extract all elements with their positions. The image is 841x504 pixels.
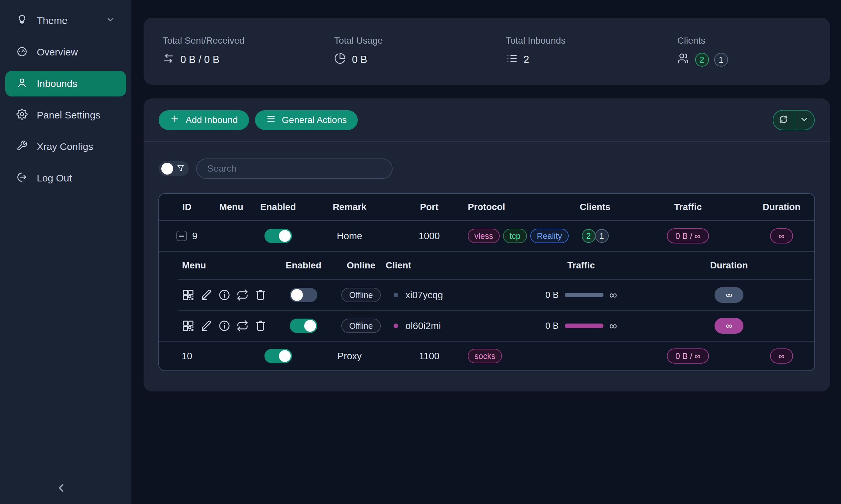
client-traffic-cell: 0 B ∞ bbox=[491, 320, 671, 332]
protocol-badge: socks bbox=[468, 349, 502, 363]
client-name-cell: xi07ycqg bbox=[386, 290, 491, 301]
sidebar-item-label: Xray Configs bbox=[37, 141, 93, 152]
stat-sent-received: Total Sent/Received 0 B / 0 B bbox=[143, 35, 315, 67]
traffic-used: 0 B bbox=[545, 290, 559, 300]
inbounds-table: ID Menu Enabled Remark Port Protocol Cli… bbox=[158, 193, 815, 371]
col-header-duration: Duration bbox=[749, 202, 814, 212]
reset-traffic-button[interactable] bbox=[236, 289, 249, 301]
delete-button[interactable] bbox=[254, 289, 267, 301]
qr-code-button[interactable] bbox=[182, 289, 194, 301]
sidebar-collapse-button[interactable] bbox=[54, 481, 68, 496]
clients-disabled-badge: 1 bbox=[595, 229, 609, 243]
sidebar-item-label: Log Out bbox=[37, 173, 72, 184]
qr-code-button[interactable] bbox=[182, 320, 194, 332]
sidebar-item-xray-configs[interactable]: Xray Configs bbox=[5, 134, 126, 160]
col-header-protocol: Protocol bbox=[468, 202, 563, 212]
pie-chart-icon bbox=[334, 53, 346, 67]
online-status-badge: Offline bbox=[341, 319, 381, 333]
col-header-id: ID bbox=[159, 202, 215, 212]
stat-clients: Clients 2 1 bbox=[658, 35, 830, 67]
row-menu-button[interactable] bbox=[227, 231, 236, 240]
app-root: Theme Overview Inbounds Panel Settings bbox=[0, 0, 841, 504]
traffic-progress-bar bbox=[565, 293, 603, 297]
client-name: xi07ycqg bbox=[406, 290, 443, 301]
enabled-cell bbox=[248, 229, 308, 243]
traffic-cap: ∞ bbox=[610, 320, 617, 332]
sidebar-item-inbounds[interactable]: Inbounds bbox=[5, 71, 126, 96]
refresh-button[interactable] bbox=[773, 111, 794, 130]
traffic-pill: 0 B / ∞ bbox=[667, 228, 709, 244]
list-icon bbox=[506, 53, 518, 67]
inbound-id: 10 bbox=[182, 351, 192, 362]
client-enabled-cell bbox=[271, 288, 337, 302]
info-button[interactable] bbox=[218, 289, 230, 301]
user-icon bbox=[16, 77, 28, 91]
client-actions bbox=[182, 320, 271, 332]
sidebar-item-label: Panel Settings bbox=[37, 110, 100, 121]
stat-label: Total Usage bbox=[334, 35, 486, 46]
toggle-knob bbox=[279, 350, 291, 362]
client-row: Offline xi07ycqg 0 B ∞ ∞ bbox=[159, 280, 814, 310]
gear-icon bbox=[16, 109, 28, 122]
minus-icon bbox=[179, 236, 184, 237]
client-row: Offline ol60i2mi 0 B ∞ ∞ bbox=[159, 311, 814, 341]
sub-header-traffic: Traffic bbox=[491, 260, 671, 271]
team-icon bbox=[677, 53, 689, 67]
delete-button[interactable] bbox=[254, 320, 267, 332]
col-header-port: Port bbox=[391, 202, 468, 212]
edit-button[interactable] bbox=[200, 320, 212, 332]
search-input[interactable] bbox=[196, 159, 393, 179]
id-cell: 9 bbox=[159, 231, 215, 241]
sidebar-item-panel-settings[interactable]: Panel Settings bbox=[5, 102, 126, 128]
port-cell: 1000 bbox=[391, 231, 468, 241]
general-actions-button[interactable]: General Actions bbox=[255, 110, 358, 130]
client-color-dot bbox=[394, 293, 398, 297]
sub-header-enabled: Enabled bbox=[271, 260, 337, 271]
general-actions-label: General Actions bbox=[282, 115, 347, 125]
stat-total-usage: Total Usage 0 B bbox=[315, 35, 486, 67]
add-inbound-button[interactable]: Add Inbound bbox=[159, 110, 249, 130]
stat-label: Total Inbounds bbox=[506, 35, 658, 46]
inbounds-card: Add Inbound General Actions bbox=[143, 98, 830, 392]
col-header-enabled: Enabled bbox=[248, 202, 308, 212]
inbound-enabled-toggle[interactable] bbox=[264, 229, 292, 243]
sidebar-item-label: Overview bbox=[37, 47, 78, 58]
duration-badge[interactable]: ∞ bbox=[715, 287, 743, 303]
refresh-dropdown-button[interactable] bbox=[794, 111, 814, 130]
stat-label: Clients bbox=[677, 35, 830, 46]
refresh-split-button bbox=[773, 110, 815, 130]
client-enabled-toggle[interactable] bbox=[290, 319, 317, 333]
inbound-row: 9 Home 1000 vless tcp Reality bbox=[159, 221, 814, 251]
col-header-remark: Remark bbox=[308, 202, 391, 212]
protocol-badge: vless bbox=[468, 229, 500, 243]
duration-badge[interactable]: ∞ bbox=[715, 318, 743, 334]
edit-button[interactable] bbox=[200, 289, 212, 301]
sidebar-item-logout[interactable]: Log Out bbox=[5, 165, 126, 191]
client-enabled-toggle[interactable] bbox=[290, 288, 317, 302]
bulb-icon bbox=[16, 14, 28, 28]
add-inbound-label: Add Inbound bbox=[186, 115, 238, 125]
stat-value: 0 B bbox=[352, 54, 367, 66]
col-header-clients: Clients bbox=[563, 202, 627, 212]
sub-header-menu: Menu bbox=[182, 260, 271, 271]
info-button[interactable] bbox=[218, 320, 230, 332]
filter-toggle[interactable] bbox=[159, 161, 189, 176]
transfer-icon bbox=[162, 53, 174, 67]
theme-selector[interactable]: Theme bbox=[5, 8, 126, 34]
inbound-enabled-toggle[interactable] bbox=[264, 349, 292, 363]
plus-icon bbox=[170, 114, 180, 126]
client-name: ol60i2mi bbox=[406, 321, 441, 331]
reset-traffic-button[interactable] bbox=[236, 320, 249, 332]
duration-cell: ∞ bbox=[749, 228, 814, 244]
client-traffic-cell: 0 B ∞ bbox=[491, 289, 671, 301]
wrench-icon bbox=[16, 140, 28, 154]
card-header: Add Inbound General Actions bbox=[143, 98, 830, 142]
sidebar-item-overview[interactable]: Overview bbox=[5, 39, 126, 65]
traffic-progress-bar bbox=[565, 324, 603, 328]
row-menu-button[interactable] bbox=[227, 352, 236, 361]
client-table-header: Menu Enabled Online Client Traffic Durat… bbox=[159, 252, 814, 279]
client-enabled-cell bbox=[271, 319, 337, 333]
collapse-row-button[interactable] bbox=[176, 231, 187, 241]
traffic-pill: 0 B / ∞ bbox=[667, 348, 709, 363]
stats-card: Total Sent/Received 0 B / 0 B Total Usag… bbox=[143, 18, 830, 85]
